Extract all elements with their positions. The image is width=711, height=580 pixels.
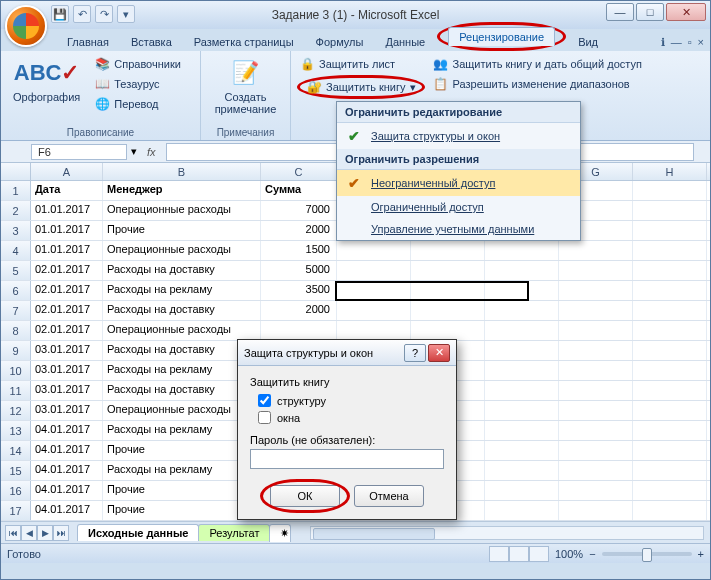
dialog-help-button[interactable]: ? — [404, 344, 426, 362]
cell[interactable] — [485, 361, 559, 380]
name-box[interactable]: F6 — [31, 144, 127, 160]
cell[interactable]: 03.01.2017 — [31, 381, 103, 400]
cell[interactable] — [559, 501, 633, 520]
cell[interactable] — [559, 321, 633, 340]
cell[interactable] — [633, 301, 707, 320]
cell[interactable]: Операционные расходы — [103, 241, 261, 260]
zoom-label[interactable]: 100% — [555, 548, 583, 560]
cell[interactable]: Расходы на рекламу — [103, 281, 261, 300]
cell[interactable] — [559, 341, 633, 360]
maximize-button[interactable]: □ — [636, 3, 664, 21]
cell[interactable]: 02.01.2017 — [31, 261, 103, 280]
zoom-slider[interactable] — [602, 552, 692, 556]
cell[interactable]: 03.01.2017 — [31, 401, 103, 420]
cell[interactable] — [485, 501, 559, 520]
cell[interactable] — [485, 401, 559, 420]
col-header-h[interactable]: H — [633, 163, 707, 180]
cell[interactable] — [633, 441, 707, 460]
cell[interactable] — [559, 281, 633, 300]
row-header[interactable]: 8 — [1, 321, 31, 340]
cell[interactable]: 02.01.2017 — [31, 281, 103, 300]
cell[interactable] — [633, 421, 707, 440]
cell[interactable] — [485, 281, 559, 300]
cell[interactable] — [633, 181, 707, 200]
row-header[interactable]: 9 — [1, 341, 31, 360]
cell[interactable]: 04.01.2017 — [31, 501, 103, 520]
office-button[interactable] — [5, 5, 47, 47]
cell[interactable] — [337, 301, 411, 320]
row-header[interactable]: 1 — [1, 181, 31, 200]
cell[interactable]: 01.01.2017 — [31, 221, 103, 240]
cell[interactable] — [485, 321, 559, 340]
cell[interactable] — [559, 441, 633, 460]
translate-button[interactable]: 🌐Перевод — [92, 95, 183, 113]
close-button[interactable]: ✕ — [666, 3, 706, 21]
dialog-titlebar[interactable]: Защита структуры и окон ? ✕ — [238, 340, 456, 366]
cell[interactable]: Операционные расходы — [103, 321, 261, 340]
cell[interactable] — [633, 341, 707, 360]
cell[interactable]: Прочие — [103, 221, 261, 240]
dropdown-item-manage-creds[interactable]: Управление учетными данными — [337, 218, 580, 240]
minimize-button[interactable]: — — [606, 3, 634, 21]
cell[interactable] — [485, 241, 559, 260]
cell[interactable] — [559, 381, 633, 400]
new-comment-button[interactable]: 📝 Создать примечание — [207, 55, 284, 125]
cell[interactable] — [411, 301, 485, 320]
cell[interactable] — [633, 501, 707, 520]
qat-dropdown-icon[interactable]: ▾ — [117, 5, 135, 23]
cell[interactable] — [633, 241, 707, 260]
tab-pagelayout[interactable]: Разметка страницы — [184, 33, 304, 51]
cell[interactable] — [485, 261, 559, 280]
cell[interactable]: 5000 — [261, 261, 337, 280]
row-header[interactable]: 2 — [1, 201, 31, 220]
tab-formulas[interactable]: Формулы — [306, 33, 374, 51]
row-header[interactable]: 7 — [1, 301, 31, 320]
cell[interactable] — [633, 481, 707, 500]
cell[interactable] — [411, 281, 485, 300]
sheet-nav-next[interactable]: ▶ — [37, 525, 53, 541]
cell[interactable] — [485, 481, 559, 500]
checkbox-windows[interactable]: окна — [258, 411, 444, 424]
cell[interactable]: Расходы на доставку — [103, 261, 261, 280]
row-header[interactable]: 12 — [1, 401, 31, 420]
save-icon[interactable]: 💾 — [51, 5, 69, 23]
row-header[interactable]: 15 — [1, 461, 31, 480]
cell[interactable] — [337, 321, 411, 340]
checkbox-structure-input[interactable] — [258, 394, 271, 407]
spelling-button[interactable]: ABC✓ Орфография — [7, 55, 86, 125]
sheet-nav-prev[interactable]: ◀ — [21, 525, 37, 541]
row-header[interactable]: 3 — [1, 221, 31, 240]
cancel-button[interactable]: Отмена — [354, 485, 424, 507]
sheet-tab-source[interactable]: Исходные данные — [77, 524, 199, 541]
cell[interactable] — [485, 461, 559, 480]
dialog-close-button[interactable]: ✕ — [428, 344, 450, 362]
row-header[interactable]: 10 — [1, 361, 31, 380]
cell[interactable]: 3500 — [261, 281, 337, 300]
ribbon-restore-icon[interactable]: ▫ — [688, 36, 692, 49]
undo-icon[interactable]: ↶ — [73, 5, 91, 23]
checkbox-structure[interactable]: структуру — [258, 394, 444, 407]
cell[interactable] — [633, 381, 707, 400]
cell[interactable] — [559, 401, 633, 420]
view-pagebreak-button[interactable] — [529, 546, 549, 562]
view-pagelayout-button[interactable] — [509, 546, 529, 562]
dropdown-item-structure-windows[interactable]: ✔Защита структуры и окон — [337, 123, 580, 149]
sheet-nav-first[interactable]: ⏮ — [5, 525, 21, 541]
cell[interactable] — [633, 401, 707, 420]
cell[interactable]: 02.01.2017 — [31, 301, 103, 320]
redo-icon[interactable]: ↷ — [95, 5, 113, 23]
cell[interactable]: 02.01.2017 — [31, 321, 103, 340]
horizontal-scrollbar[interactable] — [310, 526, 704, 540]
row-header[interactable]: 14 — [1, 441, 31, 460]
cell[interactable] — [337, 281, 411, 300]
dropdown-item-restricted[interactable]: Ограниченный доступ — [337, 196, 580, 218]
cell[interactable] — [559, 361, 633, 380]
cell[interactable]: 2000 — [261, 221, 337, 240]
cell[interactable] — [485, 341, 559, 360]
row-header[interactable]: 16 — [1, 481, 31, 500]
cell[interactable] — [633, 261, 707, 280]
sheet-tab-result[interactable]: Результат — [198, 524, 270, 541]
zoom-out-icon[interactable]: − — [589, 548, 595, 560]
cell[interactable]: 03.01.2017 — [31, 341, 103, 360]
col-header-c[interactable]: C — [261, 163, 337, 180]
